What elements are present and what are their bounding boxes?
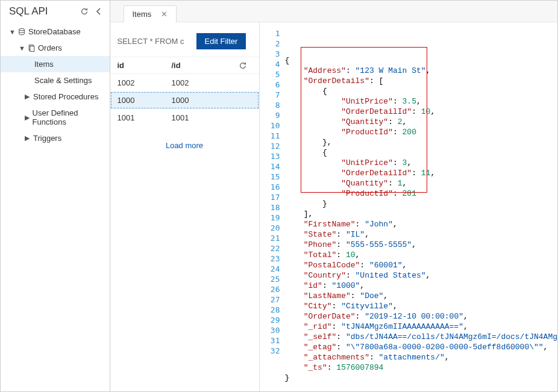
tab-items[interactable]: Items ✕ bbox=[124, 5, 177, 22]
refresh-icon[interactable] bbox=[80, 7, 89, 16]
collection-label: Orders bbox=[37, 42, 63, 54]
items-panel: SELECT * FROM c Edit Filter id /id 10021… bbox=[110, 22, 260, 391]
caret-right-icon: ▶ bbox=[25, 93, 32, 101]
main-area: Items ✕ SELECT * FROM c Edit Filter id /… bbox=[110, 1, 558, 391]
column-partition[interactable]: /id bbox=[172, 61, 239, 70]
sidebar-item-items[interactable]: Items bbox=[1, 56, 110, 72]
items-table: id /id 100210021000100010011001 bbox=[110, 57, 259, 126]
load-more-link[interactable]: Load more bbox=[110, 126, 259, 164]
database-label: StoreDatabase bbox=[27, 26, 82, 37]
line-gutter: 1234567891011121314151617181920212223242… bbox=[260, 28, 285, 385]
sidebar-title: SQL API bbox=[9, 5, 48, 17]
database-node[interactable]: ▼ StoreDatabase bbox=[1, 23, 110, 40]
collapse-panel-icon[interactable] bbox=[94, 7, 104, 16]
svg-point-0 bbox=[19, 28, 25, 31]
sidebar-item-stored-procedures[interactable]: ▶ Stored Procedures bbox=[1, 89, 110, 105]
edit-filter-button[interactable]: Edit Filter bbox=[196, 33, 246, 49]
refresh-items-icon[interactable] bbox=[239, 61, 252, 70]
table-row[interactable]: 10011001 bbox=[110, 109, 259, 126]
close-icon[interactable]: ✕ bbox=[161, 10, 168, 19]
caret-right-icon: ▶ bbox=[25, 114, 31, 122]
collection-icon bbox=[26, 44, 37, 52]
query-text: SELECT * FROM c bbox=[118, 37, 184, 46]
database-icon bbox=[16, 28, 27, 36]
sidebar: SQL API ▼ StoreDatabase ▼ bbox=[1, 1, 110, 391]
sidebar-item-udf[interactable]: ▶ User Defined Functions bbox=[1, 105, 110, 130]
caret-down-icon: ▼ bbox=[9, 28, 16, 36]
sidebar-item-triggers[interactable]: ▶ Triggers bbox=[1, 130, 110, 146]
code-area[interactable]: { "Address": "123 W Main St", "OrderDeta… bbox=[285, 28, 558, 385]
column-id[interactable]: id bbox=[118, 61, 172, 70]
collection-node[interactable]: ▼ Orders bbox=[1, 40, 110, 56]
svg-rect-2 bbox=[30, 46, 34, 51]
caret-right-icon: ▶ bbox=[25, 134, 32, 142]
sidebar-item-scale-settings[interactable]: Scale & Settings bbox=[1, 72, 110, 89]
json-viewer[interactable]: 1234567891011121314151617181920212223242… bbox=[260, 22, 558, 391]
table-row[interactable]: 10021002 bbox=[110, 74, 259, 92]
caret-down-icon: ▼ bbox=[19, 45, 26, 52]
table-row[interactable]: 10001000 bbox=[110, 92, 259, 109]
tab-label: Items bbox=[133, 10, 152, 19]
resource-tree: ▼ StoreDatabase ▼ Orders Items Scale & S… bbox=[1, 20, 110, 146]
tab-bar: Items ✕ bbox=[110, 1, 558, 22]
